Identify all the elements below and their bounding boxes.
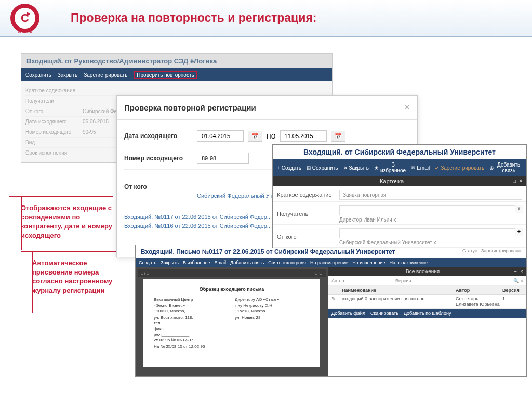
favorite-button[interactable]: ★В избранное: [374, 162, 406, 173]
dialog-title: Проверка повторной регистрации: [124, 103, 256, 112]
save-button[interactable]: Сохранить: [25, 71, 51, 79]
attachments-header: Все вложения: [406, 269, 440, 275]
date-to-label: по: [267, 131, 276, 141]
minimize-icon[interactable]: −: [514, 269, 517, 275]
to-review-button[interactable]: На рассмотрение: [310, 260, 348, 265]
save-icon: ⊞: [307, 165, 311, 171]
filter-author[interactable]: Автор: [331, 278, 395, 283]
calendar-icon[interactable]: 📅: [248, 131, 262, 142]
close-button[interactable]: Закрыть: [58, 71, 78, 79]
recipient-label: Получатель: [277, 211, 339, 217]
attachments-panel: Все вложения −× Автор Версия 🔍 × Наимено…: [328, 267, 526, 376]
close-icon: ✕: [343, 165, 348, 171]
card-title: Входящий. от Сибирский Федеральный Униве…: [273, 145, 526, 159]
add-template-button[interactable]: Добавить по шаблону: [404, 311, 451, 316]
page-title: Проверка на повторность и регистрация:: [71, 11, 316, 25]
summary-label: Краткое содержание: [277, 191, 339, 198]
number-input[interactable]: [197, 153, 249, 164]
page-header: С ЛОГИКА Проверка на повторность и регис…: [0, 0, 532, 37]
save-button[interactable]: ⊞Сохранить: [307, 165, 338, 171]
email-button[interactable]: Email: [215, 260, 227, 265]
preview-title: Входящий. Письмо №0117 от 22.06.2015 от …: [141, 248, 395, 255]
star-icon: ★: [374, 165, 379, 171]
email-button[interactable]: ✉Email: [411, 165, 430, 171]
deadline-label: Срок исполнения: [25, 150, 83, 156]
calendar-icon[interactable]: 📅: [331, 131, 345, 142]
file-name: входящий 0 распоряжении заявки.doc: [342, 296, 456, 307]
result-link[interactable]: Входящий. №0116 от 22.06.2015 от Сибирск…: [124, 223, 272, 229]
from-label: От кого: [25, 108, 83, 114]
edit-icon[interactable]: ✎: [331, 296, 342, 307]
to-acquaint-button[interactable]: На ознакомление: [390, 260, 428, 265]
date-from-label: Дата исходящего: [124, 132, 197, 140]
register-button[interactable]: Зарегистрировать: [84, 71, 127, 79]
doc-left-col: Выставочный Центр «Экспо-Бизнес» 110020,…: [154, 297, 229, 349]
card-toolbar: +Создать ⊞Сохранить ✕Закрыть ★В избранно…: [273, 159, 526, 176]
scan-button[interactable]: Сканировать: [370, 311, 398, 316]
col-name: Наименование: [342, 287, 456, 293]
close-icon[interactable]: ×: [404, 102, 410, 113]
col-author: Автор: [456, 287, 502, 293]
remove-control-button[interactable]: Снять с контроля: [268, 260, 306, 265]
link-icon: ⊕: [489, 165, 494, 171]
divider: [9, 196, 113, 197]
col-version: Версия: [502, 287, 523, 293]
summary-label: Краткое содержание: [25, 88, 83, 93]
number-label: Номер исходящего: [124, 155, 197, 162]
logo: С ЛОГИКА: [10, 4, 39, 33]
summary-input[interactable]: [339, 190, 522, 200]
number-label: Номер исходящего: [25, 129, 83, 135]
file-version: 1: [502, 296, 523, 307]
close-icon[interactable]: ×: [519, 178, 522, 184]
card-window: Входящий. от Сибирский Федеральный Униве…: [272, 144, 527, 248]
bg-window-title: Входящий. от Руководство/Администратор С…: [21, 54, 332, 68]
table-row[interactable]: ✎ входящий 0 распоряжении заявки.doc Сек…: [328, 295, 526, 309]
add-file-button[interactable]: Добавить файл: [331, 311, 365, 316]
from-label: От кого: [277, 234, 339, 240]
recipient-input[interactable]: [339, 205, 522, 215]
card-section-title: Карточка: [380, 178, 404, 184]
date-label: Дата исходящего: [25, 119, 83, 125]
recipients-label: Получатели: [25, 98, 83, 104]
check-duplicate-button[interactable]: Проверить повторность: [134, 71, 197, 79]
preview-window: Входящий. Письмо №0117 от 22.06.2015 от …: [135, 245, 527, 377]
search-icon[interactable]: 🔍: [513, 278, 519, 283]
annotation-2: Автоматическое присвоение номера согласн…: [32, 258, 121, 295]
from-tag: Сибирский Федеральный Университет х: [339, 238, 522, 245]
recipient-tag: Директор Иван Ильич х: [339, 215, 522, 223]
register-button[interactable]: ✔Зарегистрировать: [435, 165, 484, 171]
add-recipient-button[interactable]: +: [515, 205, 523, 213]
bg-toolbar: Сохранить Закрыть Зарегистрировать Прове…: [21, 68, 332, 81]
minimize-icon[interactable]: −: [507, 178, 510, 184]
doc-right-col: Директору АО «Старт» г-ну Некрасову О.Н …: [235, 297, 310, 349]
check-icon: ✔: [435, 165, 439, 171]
create-button[interactable]: +Создать: [277, 165, 301, 171]
status-label: Статус : Зарегистрировано: [462, 248, 521, 255]
add-link-button[interactable]: Добавить связь: [230, 260, 264, 265]
from-input[interactable]: [339, 228, 522, 238]
from-value: Сибирский Федеральный Унив...: [197, 190, 283, 199]
close-button[interactable]: ✕Закрыть: [343, 165, 369, 171]
file-author: Секретарь Елизавета Юрьевна: [456, 296, 502, 307]
plus-icon: +: [277, 165, 280, 171]
add-sender-button[interactable]: +: [515, 228, 523, 236]
close-button[interactable]: Закрыть: [161, 260, 179, 265]
create-button[interactable]: Создать: [139, 260, 156, 265]
from-label: От кого: [124, 183, 197, 190]
add-link-button[interactable]: ⊕Добавить связь: [489, 162, 522, 173]
mail-icon: ✉: [411, 165, 415, 171]
favorite-button[interactable]: В избранное: [183, 260, 210, 265]
filter-version[interactable]: Версия: [395, 278, 459, 283]
expand-icon[interactable]: □: [513, 178, 516, 184]
annotation-1: Отображаются входящие с совпадениями по …: [21, 203, 114, 240]
to-execute-button[interactable]: На исполнение: [352, 260, 385, 265]
preview-toolbar: Создать Закрыть В избранное Email Добави…: [136, 258, 526, 267]
type-label: Вид: [25, 140, 83, 145]
doc-heading: Образец входящего письма: [154, 286, 310, 292]
document-preview: 1 / 1⊖ ⊕ Образец входящего письма Выстав…: [136, 267, 328, 376]
date-from-input[interactable]: [197, 130, 244, 142]
date-to-input[interactable]: [280, 130, 327, 142]
close-icon[interactable]: ×: [520, 269, 523, 275]
result-link[interactable]: Входящий. №0117 от 22.06.2015 от Сибирск…: [124, 214, 272, 220]
